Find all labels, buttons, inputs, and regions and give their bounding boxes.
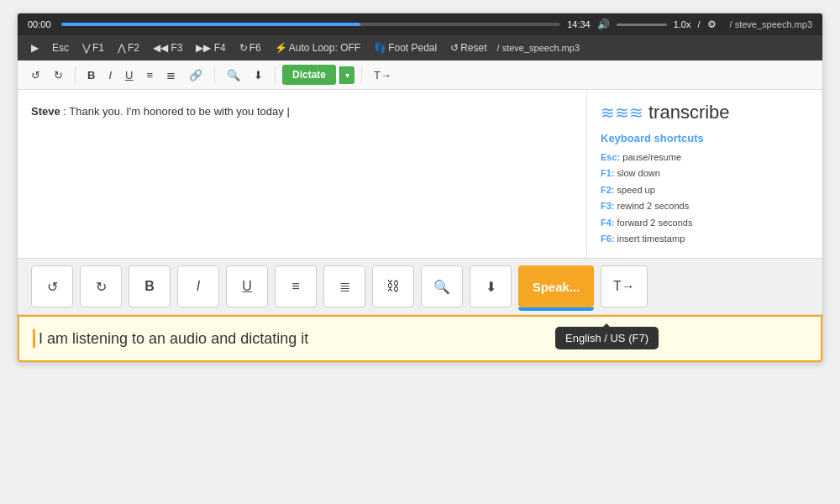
shortcut-item: F6: insert timestamp: [601, 233, 809, 245]
bottom-clear-button[interactable]: T→: [601, 265, 648, 307]
bottom-underline-button[interactable]: U: [226, 265, 268, 307]
shortcut-desc: slow down: [617, 168, 660, 178]
speak-underline: [518, 307, 594, 311]
shortcut-item: Esc: pause/resume: [601, 151, 809, 164]
volume-bar[interactable]: [617, 24, 667, 26]
sidebar-logo: ≋≋≋ transcribe: [601, 102, 809, 123]
speaker-name: Steve: [31, 105, 60, 118]
undo-button[interactable]: ↺: [26, 66, 45, 85]
bullet-list-button[interactable]: ≡: [141, 66, 158, 85]
f1-slow-button[interactable]: ⋁ F1: [79, 40, 108, 55]
dictate-dropdown-button[interactable]: ▾: [339, 66, 354, 84]
audio-filename: / steve_speech.mp3: [730, 19, 812, 29]
dictation-text: I am listening to an audio and dictating…: [39, 330, 308, 348]
f2-fast-button[interactable]: ⋀ F2: [114, 40, 143, 55]
toolbar-divider-3: [275, 66, 276, 83]
ordered-list-button[interactable]: ≣: [161, 66, 181, 85]
download-button[interactable]: ⬇: [249, 66, 268, 85]
settings-icon[interactable]: ⚙: [707, 18, 717, 30]
logo-waves-icon: ≋≋≋: [601, 102, 643, 123]
shortcut-desc: insert timestamp: [617, 234, 685, 244]
f4-forward-button[interactable]: ▶▶ F4: [192, 40, 228, 55]
chevron-down-icon: ⋁: [82, 42, 91, 54]
bottom-link-button[interactable]: ⛓: [372, 265, 414, 307]
bottom-toolbar: ↺ ↻ B I U ≡ ≣ ⛓ 🔍 ⬇ Speak... ↖ T→ Englis…: [18, 258, 822, 315]
dictate-button[interactable]: Dictate: [282, 65, 336, 85]
shortcut-key: F6:: [601, 234, 615, 244]
shortcut-item: F3: rewind 2 seconds: [601, 200, 809, 213]
bottom-ordered-button[interactable]: ≣: [323, 265, 365, 307]
shortcuts-title: Keyboard shortcuts: [601, 132, 809, 144]
volume-icon: 🔊: [597, 18, 610, 30]
dictation-bar[interactable]: I am listening to an audio and dictating…: [18, 315, 822, 362]
bottom-bold-button[interactable]: B: [129, 265, 171, 307]
shortcut-key: F2:: [601, 185, 615, 195]
shortcut-item: F1: slow down: [601, 167, 809, 180]
filename-transport: / steve_speech.mp3: [497, 43, 580, 53]
dictation-cursor: [33, 329, 35, 348]
shortcut-desc: forward 2 seconds: [617, 218, 693, 228]
foot-pedal-button[interactable]: 👣 Foot Pedal: [370, 40, 440, 55]
toolbar: ↺ ↻ B I U ≡ ≣ 🔗 🔍 ⬇ Dictate ▾ T→: [18, 60, 822, 90]
f3-rewind-button[interactable]: ◀◀ F3: [150, 40, 186, 55]
chevron-up-icon: ⋀: [118, 42, 126, 54]
toolbar-divider-4: [361, 66, 362, 83]
play-button[interactable]: ▶: [28, 40, 42, 55]
bottom-redo-button[interactable]: ↻: [80, 265, 122, 307]
speak-button[interactable]: Speak...: [518, 265, 594, 307]
logo-text: transcribe: [648, 102, 730, 123]
clear-formatting-button[interactable]: T→: [369, 66, 396, 85]
auto-loop-button[interactable]: ⚡ Auto Loop: OFF: [271, 40, 364, 55]
underline-button[interactable]: U: [120, 66, 138, 85]
audio-progress-track[interactable]: [61, 23, 560, 26]
app-container: 00:00 14:34 🔊 1.0x / ⚙ / steve_speech.mp…: [17, 13, 823, 363]
audio-bar: 00:00 14:34 🔊 1.0x / ⚙ / steve_speech.mp…: [18, 13, 822, 35]
bottom-download-button[interactable]: ⬇: [470, 265, 512, 307]
shortcuts-list: Esc: pause/resumeF1: slow downF2: speed …: [601, 151, 809, 245]
text-cursor: |: [286, 105, 289, 118]
shortcut-item: F4: forward 2 seconds: [601, 217, 809, 229]
bottom-zoom-button[interactable]: 🔍: [421, 265, 463, 307]
editor-text: Steve : Thank you. I'm honored to be wit…: [31, 103, 573, 120]
bottom-undo-button[interactable]: ↺: [31, 265, 73, 307]
sidebar: ≋≋≋ transcribe Keyboard shortcuts Esc: p…: [587, 90, 822, 258]
transport-bar: ▶ Esc ⋁ F1 ⋀ F2 ◀◀ F3 ▶▶ F4 ↻ F6 ⚡ Auto …: [18, 35, 822, 60]
reset-button[interactable]: ↺ Reset: [447, 40, 490, 55]
zoom-button[interactable]: 🔍: [222, 66, 245, 85]
toolbar-divider-2: [214, 66, 215, 83]
playback-speed: 1.0x: [674, 19, 691, 29]
shortcut-key: F1:: [601, 168, 615, 178]
link-button[interactable]: 🔗: [184, 66, 207, 85]
editor-body: Thank you. I'm honored to be with you to…: [69, 105, 283, 118]
main-content: Steve : Thank you. I'm honored to be wit…: [18, 90, 822, 258]
redo-button[interactable]: ↻: [49, 66, 68, 85]
esc-button[interactable]: Esc: [49, 40, 72, 55]
shortcut-key: F4:: [601, 218, 615, 228]
editor-area[interactable]: Steve : Thank you. I'm honored to be wit…: [18, 90, 587, 258]
bottom-bullet-button[interactable]: ≡: [275, 265, 317, 307]
shortcut-desc: pause/resume: [622, 152, 681, 162]
f6-button[interactable]: ↻ F6: [236, 40, 265, 55]
bold-button[interactable]: B: [82, 66, 100, 85]
shortcut-desc: rewind 2 seconds: [617, 201, 690, 211]
audio-progress-fill: [61, 23, 360, 26]
bottom-italic-button[interactable]: I: [177, 265, 219, 307]
toolbar-divider-1: [75, 66, 76, 83]
tooltip-english-us: English / US (F7): [555, 327, 659, 349]
speak-label: Speak...: [533, 280, 580, 294]
shortcut-key: Esc:: [601, 152, 620, 162]
shortcut-desc: speed up: [617, 185, 655, 195]
shortcut-key: F3:: [601, 201, 615, 211]
audio-start-time: 00:00: [28, 19, 55, 29]
audio-end-time: 14:34: [567, 19, 591, 29]
italic-button[interactable]: I: [103, 66, 117, 85]
shortcut-item: F2: speed up: [601, 184, 809, 197]
